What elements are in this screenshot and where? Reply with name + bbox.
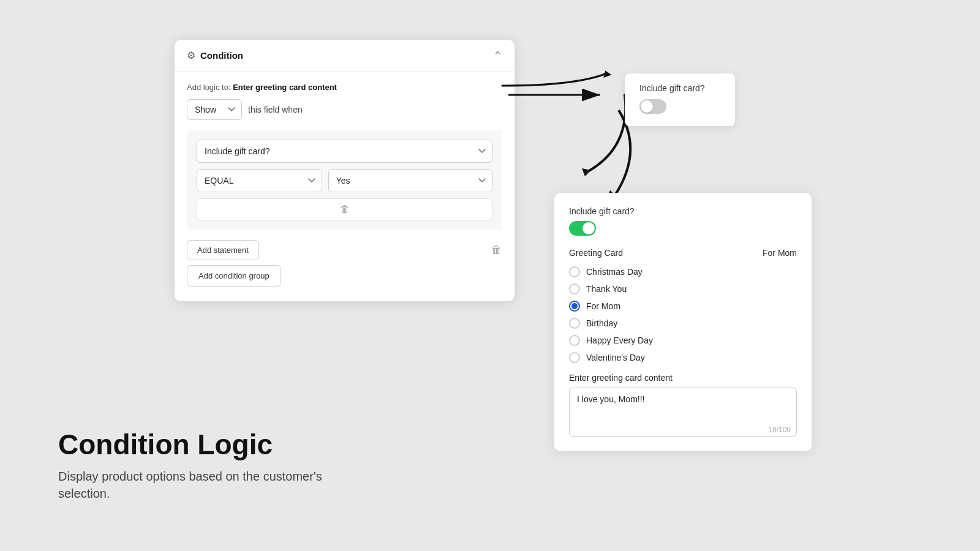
radio-thankyou-label: Thank You [586,284,627,294]
equal-row: EQUAL Yes [197,169,492,192]
delete-row-btn[interactable]: 🗑 [197,198,492,220]
greeting-card-label: Greeting Card [569,248,623,258]
radio-item-formom: For Mom [569,301,797,312]
char-count: 18/100 [768,425,791,434]
add-condition-group-button[interactable]: Add condition group [187,265,281,287]
bottom-text: Condition Logic Display product options … [58,429,377,502]
trash-icon: 🗑 [340,204,350,215]
main-panel: Include gift card? Greeting Card For Mom… [554,193,812,451]
equal-select[interactable]: EQUAL [197,169,322,192]
radio-item-valentines: Valentine's Day [569,352,797,363]
condition-panel: ⚙ Condition ⌃ Add logic to: Enter greeti… [175,40,514,301]
svg-marker-0 [601,69,612,78]
svg-marker-1 [582,168,591,176]
radio-formom-label: For Mom [586,301,620,311]
greeting-content-label: Enter greeting card content [569,373,797,383]
radio-item-happyeveryday: Happy Every Day [569,335,797,346]
radio-birthday-label: Birthday [586,318,617,328]
radio-thankyou[interactable] [569,283,580,294]
show-select[interactable]: Show [187,99,242,120]
include-gift-label: Include gift card? [569,206,797,216]
radio-formom[interactable] [569,301,580,312]
toggle-on[interactable] [569,221,596,236]
condition-header-left: ⚙ Condition [187,50,243,61]
condition-title: Condition [200,50,243,61]
radio-list: Christmas Day Thank You For Mom Birthday… [569,266,797,363]
radio-item-birthday: Birthday [569,318,797,329]
this-field-text: this field when [248,105,303,114]
radio-happyeveryday-label: Happy Every Day [586,335,653,345]
radio-valentines[interactable] [569,352,580,363]
toggle-off[interactable] [639,99,666,114]
radio-birthday[interactable] [569,318,580,329]
radio-christmas[interactable] [569,266,580,277]
delete-group-button[interactable]: 🗑 [491,244,502,257]
textarea-wrapper: I love you, Mom!!! 18/100 [569,388,797,439]
include-gift-select[interactable]: Include gift card? [197,140,492,163]
radio-item-christmas: Christmas Day [569,266,797,277]
for-mom-value: For Mom [763,248,797,258]
add-statement-button[interactable]: Add statement [187,240,259,260]
bottom-heading: Condition Logic [58,429,377,460]
radio-christmas-label: Christmas Day [586,267,643,277]
add-statement-row: Add statement 🗑 [187,240,502,260]
gift-card-toggle-box: Include gift card? [625,73,735,126]
show-row: Show this field when [187,99,502,120]
radio-valentines-label: Valentine's Day [586,353,645,362]
gift-toggle-label: Include gift card? [639,83,720,93]
bottom-subtext: Display product options based on the cus… [58,468,377,502]
yes-select[interactable]: Yes [328,169,492,192]
add-logic-text: Add logic to: Enter greeting card conten… [187,83,502,92]
condition-body: Add logic to: Enter greeting card conten… [175,72,514,260]
greeting-textarea[interactable]: I love you, Mom!!! [569,388,797,437]
collapse-icon[interactable]: ⌃ [493,50,502,61]
condition-header: ⚙ Condition ⌃ [175,40,514,72]
condition-icon: ⚙ [187,50,195,61]
radio-happyeveryday[interactable] [569,335,580,346]
radio-item-thankyou: Thank You [569,283,797,294]
greeting-row: Greeting Card For Mom [569,248,797,258]
condition-group-box: Include gift card? EQUAL Yes 🗑 [187,130,502,230]
